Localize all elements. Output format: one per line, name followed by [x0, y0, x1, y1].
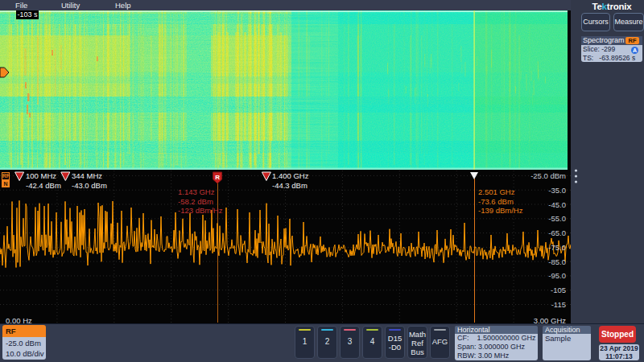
svg-text:R: R [215, 174, 220, 181]
